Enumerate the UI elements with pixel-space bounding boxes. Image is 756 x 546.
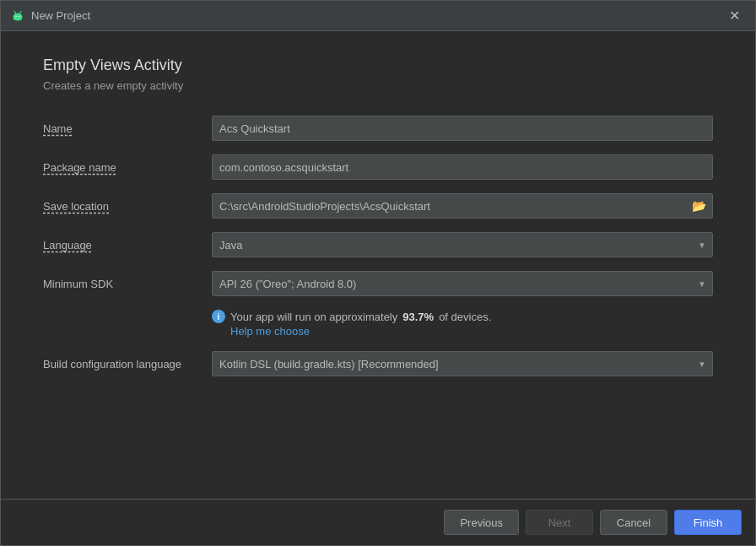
section-subtitle: Creates a new empty activity — [43, 79, 713, 92]
minimum-sdk-label: Minimum SDK — [43, 278, 212, 290]
save-location-label: Save location — [43, 200, 212, 213]
svg-line-5 — [20, 11, 22, 13]
dialog-window: New Project ✕ Empty Views Activity Creat… — [0, 0, 756, 546]
svg-point-3 — [19, 15, 19, 16]
next-button[interactable]: Next — [526, 510, 593, 535]
title-bar: New Project ✕ — [1, 1, 755, 31]
title-bar-left: New Project — [11, 9, 90, 23]
package-name-label: Package name — [43, 161, 212, 174]
cancel-button[interactable]: Cancel — [600, 510, 667, 535]
info-prefix: Your app will run on approximately — [230, 311, 397, 323]
info-percentage: 93.7% — [402, 311, 434, 323]
help-me-choose-link[interactable]: Help me choose — [230, 325, 713, 338]
name-label: Name — [43, 122, 212, 135]
svg-point-2 — [15, 15, 16, 16]
build-config-select-wrapper: Kotlin DSL (build.gradle.kts) [Recommend… — [212, 351, 713, 376]
minimum-sdk-row: Minimum SDK API 26 ("Oreo"; Android 8.0)… — [43, 271, 713, 296]
section-title: Empty Views Activity — [43, 57, 713, 74]
language-label: Language — [43, 239, 212, 251]
language-row: Language Java Kotlin ▼ — [43, 232, 713, 257]
info-text: i Your app will run on approximately 93.… — [212, 310, 713, 323]
svg-line-4 — [14, 11, 16, 13]
previous-button[interactable]: Previous — [444, 510, 519, 535]
window-title: New Project — [31, 9, 90, 22]
save-location-row: Save location 📂 — [43, 193, 713, 219]
close-button[interactable]: ✕ — [724, 8, 745, 24]
finish-button[interactable]: Finish — [674, 510, 742, 535]
build-config-select[interactable]: Kotlin DSL (build.gradle.kts) [Recommend… — [212, 351, 713, 376]
save-location-wrapper: 📂 — [212, 193, 713, 219]
info-row: i Your app will run on approximately 93.… — [212, 310, 713, 338]
package-name-input[interactable] — [212, 154, 713, 180]
info-icon: i — [212, 310, 225, 323]
package-name-row: Package name — [43, 154, 713, 180]
form-content: Empty Views Activity Creates a new empty… — [1, 31, 755, 499]
build-config-label: Build configuration language — [43, 358, 212, 370]
info-suffix: of devices. — [439, 311, 491, 323]
android-icon — [11, 9, 24, 23]
footer: Previous Next Cancel Finish — [1, 499, 755, 545]
name-row: Name — [43, 116, 713, 141]
minimum-sdk-select[interactable]: API 26 ("Oreo"; Android 8.0) API 24 API … — [212, 271, 713, 296]
minimum-sdk-select-wrapper: API 26 ("Oreo"; Android 8.0) API 24 API … — [212, 271, 713, 296]
name-input[interactable] — [212, 116, 713, 141]
svg-rect-1 — [14, 15, 22, 20]
save-location-input[interactable] — [212, 193, 713, 219]
build-config-row: Build configuration language ? Kotlin DS… — [43, 351, 713, 376]
language-select[interactable]: Java Kotlin — [212, 232, 713, 257]
build-label-wrapper: Build configuration language ? — [43, 358, 212, 370]
language-select-wrapper: Java Kotlin ▼ — [212, 232, 713, 257]
